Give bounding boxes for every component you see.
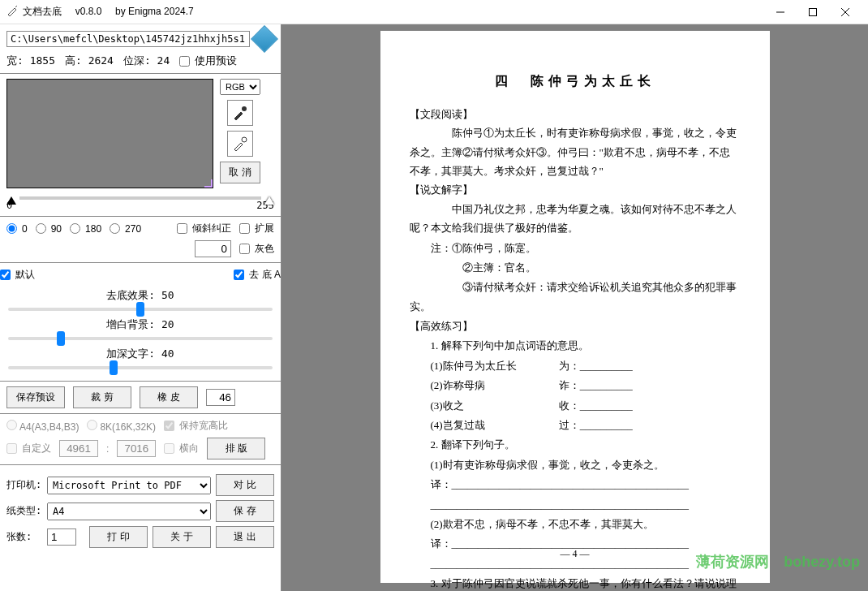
svg-point-5 [242, 137, 247, 142]
rotate-180[interactable]: 180 [70, 223, 101, 235]
note-2: ③请付狱考众奸：请求交给诉讼机关追究其他众多的犯罪事实。 [410, 278, 741, 316]
close-button[interactable] [829, 0, 862, 24]
angle-input[interactable] [195, 240, 231, 257]
width-info: 宽: 1855 [6, 54, 55, 68]
compare-button[interactable]: 对 比 [216, 474, 274, 496]
skew-correct-checkbox[interactable]: 倾斜纠正 [177, 222, 231, 235]
paper-8k: 8K(16K,32K) [87, 420, 156, 433]
q2a3: ________________________________________… [410, 495, 741, 514]
custom-w [59, 440, 98, 457]
q2: 2. 翻译下列句子。 [410, 435, 741, 454]
svg-point-4 [242, 106, 247, 111]
app-icon [6, 5, 18, 19]
exit-button[interactable]: 退 出 [216, 526, 274, 548]
document-page: 四 陈仲弓为太丘长 【文段阅读】 陈仲弓①为太丘长，时有吏诈称母病求假，事觉，收… [380, 31, 770, 583]
filepath-input[interactable] [6, 31, 250, 47]
para-1: 陈仲弓①为太丘长，时有吏诈称母病求假，事觉，收之，令吏杀之。主簿②请付狱考众奸③… [410, 123, 741, 180]
eyedropper-dark-icon[interactable] [227, 100, 253, 126]
typeset-button[interactable]: 排 版 [207, 438, 265, 459]
app-title: 文档去底 v0.8.0 by Enigma 2024.7 [23, 5, 194, 19]
levels-slider[interactable] [6, 192, 274, 200]
sec-reading: 【文段阅读】 [410, 105, 741, 123]
q1d: (4)岂复过哉 过：__________ [410, 416, 741, 434]
q1b: (2)诈称母病 诈：__________ [410, 376, 741, 395]
q1a: (1)陈仲弓为太丘长 为：__________ [410, 356, 741, 375]
q2b: (2)欺君不忠，病母不孝，不忠不孝，其罪莫大。 [410, 515, 741, 533]
use-preset-checkbox[interactable]: 使用预设 [179, 54, 237, 68]
depth-info: 位深: 24 [123, 54, 170, 68]
doc-title: 四 陈仲弓为太丘长 [410, 70, 741, 93]
para-2: 中国乃礼仪之邦，忠孝为华夏之魂。该如何对待不忠不孝之人呢？本文给我们提供了极好的… [410, 200, 741, 238]
height-info: 高: 2624 [65, 54, 114, 68]
rotate-90[interactable]: 90 [36, 223, 62, 235]
q1: 1. 解释下列句中加点词语的意思。 [410, 336, 741, 355]
deepen-slider[interactable] [8, 366, 273, 369]
q2a: (1)时有吏诈称母病求假，事觉，收之，令吏杀之。 [410, 455, 741, 474]
eraser-button[interactable]: 橡 皮 [140, 386, 198, 408]
q3: 3. 对于陈仲弓因官吏说谎就杀死他一事，你有什么看法？请说说理由。 [410, 574, 741, 591]
save-preset-button[interactable]: 保存预设 [6, 386, 65, 408]
minimize-button[interactable] [764, 0, 797, 24]
preview-thumbnail [6, 79, 213, 188]
q2a2: 译：______________________________________… [410, 475, 741, 494]
open-file-button[interactable] [251, 25, 278, 53]
document-preview: 四 陈仲弓为太丘长 【文段阅读】 陈仲弓①为太丘长，时有吏诈称母病求假，事觉，收… [281, 24, 868, 591]
whiten-label: 增白背景: 20 [0, 317, 281, 332]
debg-a-checkbox[interactable]: 去 底 A [234, 268, 281, 282]
rotate-270[interactable]: 270 [110, 223, 141, 235]
rotate-0[interactable]: 0 [6, 223, 28, 235]
whiten-slider[interactable] [8, 337, 273, 340]
note-0: 注：①陈仲弓，陈寔。 [410, 239, 741, 257]
svg-rect-1 [810, 8, 817, 15]
sec-exercise: 【高效练习】 [410, 317, 741, 335]
custom-h [117, 440, 156, 457]
save-button[interactable]: 保 存 [216, 500, 274, 522]
colormode-select[interactable]: RGB [220, 79, 260, 95]
extend-checkbox[interactable]: 扩展 [239, 222, 274, 235]
papertype-label: 纸类型: [6, 504, 42, 518]
keep-ratio-checkbox: 保持宽高比 [164, 419, 228, 433]
custom-size-checkbox: 自定义 [6, 442, 51, 455]
paper-a4: A4(A3,B4,B3) [6, 420, 79, 433]
copies-label: 张数: [6, 530, 42, 544]
watermark: 薄荷资源网 bohezy.top [696, 552, 860, 572]
maximize-button[interactable] [797, 0, 829, 24]
left-panel: 宽: 1855 高: 2624 位深: 24 使用预设 RGB 取 消 [0, 24, 281, 591]
cancel-button[interactable]: 取 消 [220, 162, 260, 183]
eyedropper-light-icon[interactable] [227, 131, 253, 157]
grayscale-checkbox[interactable]: 灰色 [239, 242, 274, 256]
landscape-checkbox: 横向 [164, 442, 199, 455]
q1c: (3)收之 收：__________ [410, 396, 741, 415]
titlebar: 文档去底 v0.8.0 by Enigma 2024.7 [0, 0, 868, 24]
printer-label: 打印机: [6, 478, 42, 492]
copies-input[interactable] [47, 528, 76, 546]
eraser-size-input[interactable] [206, 389, 235, 406]
effect-slider[interactable] [8, 308, 273, 311]
note-1: ②主簿：官名。 [410, 258, 741, 277]
printer-select[interactable]: Microsoft Print to PDF [47, 477, 211, 494]
papertype-select[interactable]: A4 [47, 503, 211, 520]
deepen-label: 加深文字: 40 [0, 347, 281, 361]
about-button[interactable]: 关 于 [153, 526, 211, 548]
crop-button[interactable]: 裁 剪 [73, 386, 131, 408]
sec-chars: 【说文解字】 [410, 180, 741, 199]
default-checkbox[interactable]: 默认 [0, 268, 35, 282]
effect-label: 去底效果: 50 [0, 288, 281, 303]
print-button[interactable]: 打 印 [89, 526, 148, 548]
